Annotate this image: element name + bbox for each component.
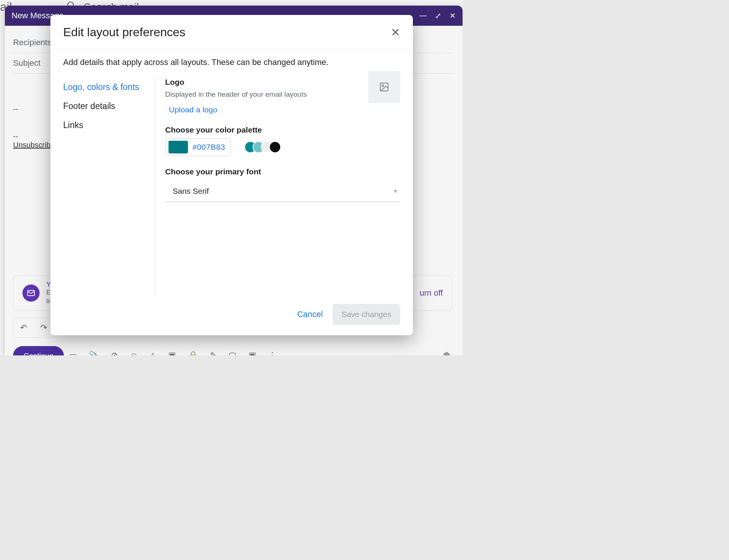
font-section-title: Choose your primary font: [165, 167, 400, 176]
cancel-button[interactable]: Cancel: [297, 309, 322, 319]
logo-section-desc: Displayed in the header of your email la…: [165, 90, 400, 99]
color-row: #007B83: [165, 138, 400, 156]
attach-icon[interactable]: 📎: [89, 351, 99, 355]
link-icon[interactable]: ⊘: [111, 351, 118, 355]
compose-toolbar: ▭ 📎 ⊘ ☺ △ ▣ 🔒 ✎ ▢ ▣ ⋮: [69, 351, 277, 355]
font-select[interactable]: Sans Serif ▼: [165, 181, 400, 202]
nav-links[interactable]: Links: [63, 116, 155, 135]
undo-redo-bar: ↶ ↷: [13, 318, 54, 338]
more-icon[interactable]: ⋮: [268, 351, 277, 355]
modal-subtitle: Add details that apply across all layout…: [50, 49, 413, 71]
close-icon[interactable]: ✕: [391, 26, 400, 39]
collapse-icon[interactable]: ⤢: [435, 11, 441, 20]
palette-preview: [248, 141, 281, 153]
pen-icon[interactable]: ✎: [210, 351, 217, 355]
logo-placeholder[interactable]: [368, 71, 400, 103]
color-hex-value: #007B83: [192, 143, 225, 152]
color-swatch: [169, 141, 188, 153]
format-icon[interactable]: ▭: [69, 351, 77, 355]
continue-button[interactable]: Continue: [13, 346, 64, 355]
drive-icon[interactable]: △: [150, 351, 156, 355]
logo-section-title: Logo: [165, 78, 400, 87]
lock-icon[interactable]: 🔒: [188, 351, 198, 355]
trash-icon[interactable]: 🗑: [442, 351, 451, 355]
color-section-title: Choose your color palette: [165, 125, 400, 134]
image-icon[interactable]: ▣: [168, 351, 176, 355]
redo-icon[interactable]: ↷: [40, 323, 47, 333]
emoji-icon[interactable]: ☺: [130, 351, 138, 355]
close-compose-icon[interactable]: ✕: [450, 11, 456, 20]
modal-body: Logo, colors & fonts Footer details Link…: [50, 71, 413, 296]
undo-icon[interactable]: ↶: [20, 323, 27, 333]
save-changes-button[interactable]: Save changes: [333, 304, 400, 325]
mailmerge-icon: [22, 284, 40, 302]
mailmerge-turnoff[interactable]: urn off: [420, 288, 443, 298]
minimize-icon[interactable]: —: [419, 11, 427, 20]
template1-icon[interactable]: ▢: [229, 351, 237, 355]
chevron-down-icon: ▼: [393, 188, 398, 194]
modal-header: Edit layout preferences ✕: [50, 15, 413, 49]
window-controls: — ⤢ ✕: [419, 11, 456, 20]
palette-dot-4: [269, 141, 281, 153]
svg-point-4: [382, 85, 384, 87]
upload-logo-link[interactable]: Upload a logo: [169, 105, 217, 114]
modal-nav: Logo, colors & fonts Footer details Link…: [63, 71, 155, 296]
modal-footer: Cancel Save changes: [50, 296, 413, 335]
font-select-value: Sans Serif: [173, 187, 209, 196]
nav-logo-colors-fonts[interactable]: Logo, colors & fonts: [63, 78, 155, 97]
nav-footer-details[interactable]: Footer details: [63, 97, 155, 116]
modal-title: Edit layout preferences: [63, 25, 185, 39]
layout-preferences-modal: Edit layout preferences ✕ Add details th…: [50, 15, 413, 335]
color-hex-input[interactable]: #007B83: [165, 138, 231, 156]
template2-icon[interactable]: ▣: [248, 351, 256, 355]
modal-main: Logo Displayed in the header of your ema…: [155, 71, 400, 296]
